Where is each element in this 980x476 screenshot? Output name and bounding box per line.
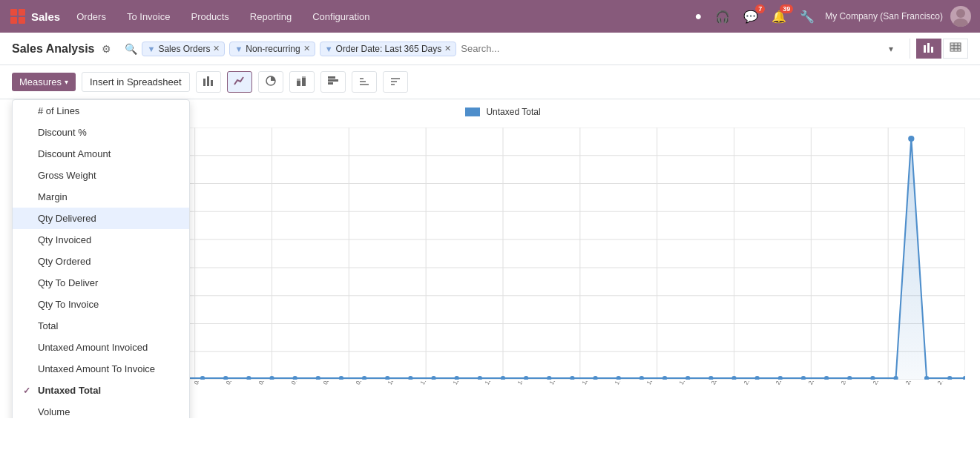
wrench-icon[interactable]: 🔧 — [797, 7, 818, 27]
measure-label-untaxed-invoiced: Untaxed Amount Invoiced — [38, 342, 148, 353]
x-label: 18 Oct 2023 — [645, 381, 668, 386]
data-point — [662, 376, 667, 380]
x-label: 06 Oct 2023 — [257, 381, 280, 386]
x-label: 26 Oct 2023 — [904, 381, 927, 386]
data-point — [524, 376, 528, 380]
data-point — [431, 376, 435, 380]
x-label: 21 Oct 2023 — [743, 381, 765, 386]
search-icon[interactable]: 🔍 — [125, 43, 137, 55]
nav-orders[interactable]: Orders — [72, 8, 111, 25]
measure-item-margin[interactable]: Margin — [13, 186, 189, 208]
measure-item-total[interactable]: Total — [13, 315, 189, 337]
measure-item-untaxed-invoiced[interactable]: Untaxed Amount Invoiced — [13, 337, 189, 358]
data-point — [801, 376, 806, 380]
data-point — [593, 376, 597, 380]
measure-item-discount-pct[interactable]: Discount % — [13, 122, 189, 143]
data-point — [200, 376, 205, 380]
sort-asc-button[interactable] — [352, 71, 377, 93]
measure-label-volume: Volume — [38, 406, 70, 417]
data-point — [223, 376, 228, 380]
measure-item-qty-invoiced[interactable]: Qty Invoiced — [13, 229, 189, 251]
x-label: 10 Oct 2023 — [387, 381, 409, 386]
measure-item-volume[interactable]: Volume — [13, 401, 189, 418]
data-point — [455, 376, 459, 380]
legend-color-swatch — [465, 108, 480, 116]
svg-rect-21 — [302, 76, 306, 78]
measure-item-untaxed-total[interactable]: ✓ Untaxed Total — [13, 380, 189, 401]
svg-point-4 — [956, 9, 965, 18]
filter-close-1[interactable]: ✕ — [213, 44, 220, 53]
stacked-chart-button[interactable] — [289, 71, 315, 93]
data-point — [847, 376, 852, 380]
filter-close-2[interactable]: ✕ — [303, 44, 310, 53]
svg-rect-8 — [931, 47, 933, 53]
measure-item-untaxed-to-invoice[interactable]: Untaxed Amount To Invoice — [13, 358, 189, 380]
pie-chart-button[interactable] — [258, 71, 283, 93]
measure-label-total: Total — [38, 320, 58, 331]
svg-rect-10 — [950, 46, 961, 48]
svg-point-5 — [953, 19, 968, 27]
measure-item-lines[interactable]: # of Lines — [13, 100, 189, 122]
svg-rect-23 — [328, 79, 338, 82]
data-point — [708, 376, 713, 380]
x-label: 27 Oct 2023 — [936, 381, 958, 386]
filter-label-1: Sales Orders — [158, 44, 210, 54]
measure-label-discount-pct: Discount % — [38, 127, 87, 138]
nav-to-invoice[interactable]: To Invoice — [122, 8, 175, 25]
measure-label-qty-to-deliver: Qty To Deliver — [38, 277, 98, 288]
svg-rect-14 — [203, 79, 205, 86]
svg-rect-16 — [211, 80, 213, 86]
nav-configuration[interactable]: Configuration — [308, 8, 374, 25]
x-label: 22 Oct 2023 — [775, 381, 797, 386]
data-point — [824, 376, 829, 380]
data-point — [570, 376, 574, 380]
chat-badge: 7 — [755, 4, 765, 13]
user-avatar[interactable] — [950, 6, 971, 27]
measure-label-lines: # of Lines — [38, 105, 79, 116]
filter-close-3[interactable]: ✕ — [444, 44, 451, 53]
filter-label-2: Non-recurring — [246, 44, 300, 54]
data-point — [547, 376, 551, 380]
nav-reporting[interactable]: Reporting — [246, 8, 296, 25]
data-point-spike — [908, 136, 914, 142]
svg-rect-3 — [19, 17, 25, 24]
measures-button[interactable]: Measures ▾ — [12, 73, 76, 91]
headset-icon[interactable]: 🎧 — [712, 7, 733, 27]
measure-label-discount-amount: Discount Amount — [38, 148, 111, 159]
table-view-button[interactable] — [943, 39, 968, 59]
filter-bar: 🔍 ▼ Sales Orders ✕ ▼ Non-recurring ✕ ▼ O… — [119, 41, 902, 57]
x-label: 15 Oct 2023 — [548, 381, 570, 386]
x-label: 09 Oct 2023 — [355, 381, 377, 386]
chat-icon[interactable]: 💬 7 — [740, 7, 761, 27]
top-navigation: Sales Orders To Invoice Products Reporti… — [0, 0, 980, 33]
x-label: 07 Oct 2023 — [290, 381, 312, 386]
data-point — [385, 376, 389, 380]
horizontal-bar-button[interactable] — [320, 71, 346, 93]
svg-rect-20 — [302, 78, 306, 86]
settings-gear-icon[interactable]: ⚙ — [102, 43, 111, 55]
measure-item-discount-amount[interactable]: Discount Amount — [13, 143, 189, 165]
measures-dropdown-scroll: # of Lines Discount % Discount Amount Gr… — [13, 100, 189, 418]
insert-spreadsheet-button[interactable]: Insert in Spreadsheet — [82, 72, 190, 92]
measure-item-qty-to-invoice[interactable]: Qty To Invoice — [13, 294, 189, 315]
search-input[interactable] — [461, 43, 881, 54]
x-label: 12 Oct 2023 — [452, 381, 474, 386]
measure-item-qty-delivered[interactable]: Qty Delivered — [13, 208, 189, 229]
nav-products[interactable]: Products — [186, 8, 233, 25]
bar-chart-button[interactable] — [196, 71, 221, 93]
filter-tag-non-recurring: ▼ Non-recurring ✕ — [229, 42, 315, 56]
data-point — [731, 376, 736, 380]
app-logo[interactable]: Sales — [9, 7, 60, 25]
measures-caret-icon: ▾ — [65, 78, 68, 86]
search-dropdown-icon[interactable]: ▾ — [886, 41, 896, 57]
bell-icon[interactable]: 🔔 39 — [769, 7, 789, 27]
graph-view-button[interactable] — [916, 39, 941, 59]
line-chart-button[interactable] — [227, 71, 252, 93]
filter-tag-sales-orders: ▼ Sales Orders ✕ — [142, 42, 225, 56]
breadcrumb-bar: Sales Analysis ⚙ 🔍 ▼ Sales Orders ✕ ▼ No… — [0, 33, 980, 65]
data-point — [293, 376, 297, 380]
sort-desc-button[interactable] — [383, 71, 408, 93]
measure-item-qty-to-deliver[interactable]: Qty To Deliver — [13, 272, 189, 294]
measure-item-qty-ordered[interactable]: Qty Ordered — [13, 251, 189, 272]
measure-item-gross-weight[interactable]: Gross Weight — [13, 165, 189, 186]
